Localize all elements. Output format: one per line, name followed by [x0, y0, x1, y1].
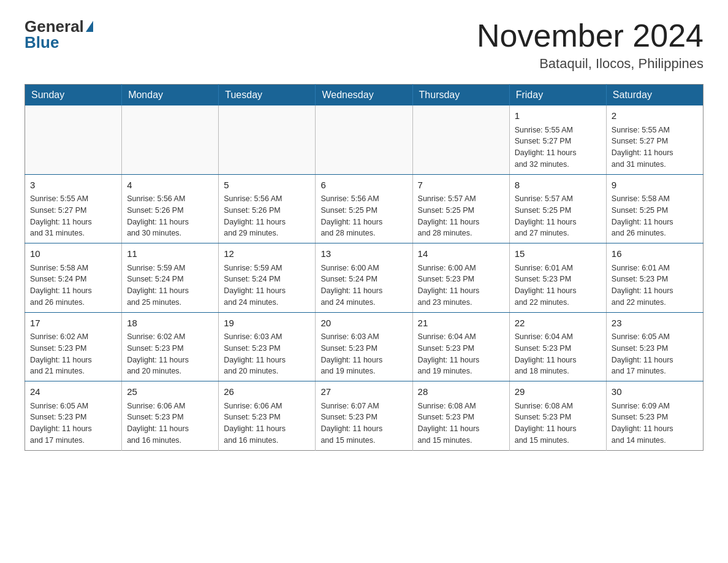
day-info: Sunrise: 5:56 AMSunset: 5:25 PMDaylight:… [320, 193, 407, 239]
calendar-cell: 6Sunrise: 5:56 AMSunset: 5:25 PMDaylight… [316, 174, 412, 243]
day-info: Sunrise: 6:09 AMSunset: 5:23 PMDaylight:… [612, 400, 698, 446]
calendar-cell: 14Sunrise: 6:00 AMSunset: 5:23 PMDayligh… [412, 243, 509, 313]
day-info: Sunrise: 6:03 AMSunset: 5:23 PMDaylight:… [320, 331, 407, 377]
calendar-cell: 12Sunrise: 5:59 AMSunset: 5:24 PMDayligh… [219, 243, 316, 313]
day-info: Sunrise: 6:06 AMSunset: 5:23 PMDaylight:… [127, 400, 213, 446]
calendar-cell [122, 105, 219, 174]
day-number: 16 [612, 247, 698, 261]
calendar-cell: 30Sunrise: 6:09 AMSunset: 5:23 PMDayligh… [606, 381, 703, 451]
day-info: Sunrise: 6:01 AMSunset: 5:23 PMDaylight:… [612, 262, 698, 308]
page-subtitle: Bataquil, Ilocos, Philippines [477, 56, 703, 72]
day-number: 14 [418, 247, 504, 261]
calendar-cell: 17Sunrise: 6:02 AMSunset: 5:23 PMDayligh… [25, 312, 122, 381]
calendar-cell: 4Sunrise: 5:56 AMSunset: 5:26 PMDaylight… [122, 174, 219, 243]
day-info: Sunrise: 5:59 AMSunset: 5:24 PMDaylight:… [127, 262, 213, 308]
calendar-cell [316, 105, 412, 174]
day-info: Sunrise: 5:58 AMSunset: 5:25 PMDaylight:… [612, 193, 698, 239]
calendar-week-row: 24Sunrise: 6:05 AMSunset: 5:23 PMDayligh… [25, 381, 703, 451]
day-info: Sunrise: 5:56 AMSunset: 5:26 PMDaylight:… [127, 193, 213, 239]
day-info: Sunrise: 5:55 AMSunset: 5:27 PMDaylight:… [515, 124, 601, 170]
day-number: 10 [30, 247, 116, 261]
calendar-cell: 24Sunrise: 6:05 AMSunset: 5:23 PMDayligh… [25, 381, 122, 451]
page-header: General Blue November 2024 Bataquil, Ilo… [25, 18, 703, 72]
calendar-cell: 29Sunrise: 6:08 AMSunset: 5:23 PMDayligh… [509, 381, 606, 451]
calendar-cell [25, 105, 122, 174]
calendar-cell: 3Sunrise: 5:55 AMSunset: 5:27 PMDaylight… [25, 174, 122, 243]
day-number: 26 [224, 385, 310, 399]
day-number: 5 [224, 178, 310, 193]
day-number: 20 [320, 316, 407, 331]
day-info: Sunrise: 6:04 AMSunset: 5:23 PMDaylight:… [418, 331, 504, 377]
calendar-cell: 15Sunrise: 6:01 AMSunset: 5:23 PMDayligh… [509, 243, 606, 313]
day-number: 30 [612, 385, 698, 399]
day-number: 11 [127, 247, 213, 261]
logo-triangle-icon [86, 21, 93, 32]
logo-general-word: General [25, 18, 84, 34]
logo-general-text: General [25, 18, 93, 34]
day-number: 19 [224, 316, 310, 331]
day-number: 29 [515, 385, 601, 399]
calendar-cell: 10Sunrise: 5:58 AMSunset: 5:24 PMDayligh… [25, 243, 122, 313]
page-title: November 2024 [477, 18, 703, 53]
calendar-body: 1Sunrise: 5:55 AMSunset: 5:27 PMDaylight… [25, 105, 703, 450]
day-number: 7 [418, 178, 504, 193]
day-info: Sunrise: 6:02 AMSunset: 5:23 PMDaylight:… [30, 331, 116, 377]
day-number: 13 [320, 247, 407, 261]
day-headers-row: SundayMondayTuesdayWednesdayThursdayFrid… [25, 85, 703, 106]
day-info: Sunrise: 6:07 AMSunset: 5:23 PMDaylight:… [320, 400, 407, 446]
day-number: 22 [515, 316, 601, 331]
day-number: 8 [515, 178, 601, 193]
calendar-cell: 20Sunrise: 6:03 AMSunset: 5:23 PMDayligh… [316, 312, 412, 381]
calendar-cell: 8Sunrise: 5:57 AMSunset: 5:25 PMDaylight… [509, 174, 606, 243]
calendar-cell: 25Sunrise: 6:06 AMSunset: 5:23 PMDayligh… [122, 381, 219, 451]
day-number: 2 [612, 109, 698, 123]
day-header-thursday: Thursday [412, 85, 509, 106]
day-info: Sunrise: 6:08 AMSunset: 5:23 PMDaylight:… [418, 400, 504, 446]
calendar-cell: 7Sunrise: 5:57 AMSunset: 5:25 PMDaylight… [412, 174, 509, 243]
day-header-friday: Friday [509, 85, 606, 106]
calendar-week-row: 17Sunrise: 6:02 AMSunset: 5:23 PMDayligh… [25, 312, 703, 381]
calendar-cell: 21Sunrise: 6:04 AMSunset: 5:23 PMDayligh… [412, 312, 509, 381]
calendar-header: SundayMondayTuesdayWednesdayThursdayFrid… [25, 85, 703, 106]
calendar-cell: 26Sunrise: 6:06 AMSunset: 5:23 PMDayligh… [219, 381, 316, 451]
day-info: Sunrise: 6:00 AMSunset: 5:23 PMDaylight:… [418, 262, 504, 308]
day-number: 23 [612, 316, 698, 331]
calendar-cell: 28Sunrise: 6:08 AMSunset: 5:23 PMDayligh… [412, 381, 509, 451]
day-number: 3 [30, 178, 116, 193]
calendar-cell: 11Sunrise: 5:59 AMSunset: 5:24 PMDayligh… [122, 243, 219, 313]
day-info: Sunrise: 5:55 AMSunset: 5:27 PMDaylight:… [612, 124, 698, 170]
day-header-monday: Monday [122, 85, 219, 106]
calendar-cell [219, 105, 316, 174]
title-block: November 2024 Bataquil, Ilocos, Philippi… [477, 18, 703, 72]
day-number: 17 [30, 316, 116, 331]
day-number: 21 [418, 316, 504, 331]
day-info: Sunrise: 5:55 AMSunset: 5:27 PMDaylight:… [30, 193, 116, 239]
day-info: Sunrise: 6:00 AMSunset: 5:24 PMDaylight:… [320, 262, 407, 308]
day-number: 12 [224, 247, 310, 261]
day-number: 18 [127, 316, 213, 331]
day-header-saturday: Saturday [606, 85, 703, 106]
day-number: 27 [320, 385, 407, 399]
day-number: 6 [320, 178, 407, 193]
calendar-cell: 13Sunrise: 6:00 AMSunset: 5:24 PMDayligh… [316, 243, 412, 313]
calendar-cell: 5Sunrise: 5:56 AMSunset: 5:26 PMDaylight… [219, 174, 316, 243]
day-info: Sunrise: 6:02 AMSunset: 5:23 PMDaylight:… [127, 331, 213, 377]
calendar-cell: 16Sunrise: 6:01 AMSunset: 5:23 PMDayligh… [606, 243, 703, 313]
day-number: 9 [612, 178, 698, 193]
day-info: Sunrise: 6:05 AMSunset: 5:23 PMDaylight:… [612, 331, 698, 377]
day-info: Sunrise: 5:59 AMSunset: 5:24 PMDaylight:… [224, 262, 310, 308]
day-header-wednesday: Wednesday [316, 85, 412, 106]
calendar-cell: 22Sunrise: 6:04 AMSunset: 5:23 PMDayligh… [509, 312, 606, 381]
day-header-tuesday: Tuesday [219, 85, 316, 106]
day-header-sunday: Sunday [25, 85, 122, 106]
day-info: Sunrise: 5:58 AMSunset: 5:24 PMDaylight:… [30, 262, 116, 308]
day-number: 15 [515, 247, 601, 261]
calendar-cell: 9Sunrise: 5:58 AMSunset: 5:25 PMDaylight… [606, 174, 703, 243]
day-number: 1 [515, 109, 601, 123]
calendar-cell: 18Sunrise: 6:02 AMSunset: 5:23 PMDayligh… [122, 312, 219, 381]
calendar-week-row: 1Sunrise: 5:55 AMSunset: 5:27 PMDaylight… [25, 105, 703, 174]
day-info: Sunrise: 6:06 AMSunset: 5:23 PMDaylight:… [224, 400, 310, 446]
day-number: 4 [127, 178, 213, 193]
calendar-cell: 23Sunrise: 6:05 AMSunset: 5:23 PMDayligh… [606, 312, 703, 381]
logo: General Blue [25, 18, 93, 52]
